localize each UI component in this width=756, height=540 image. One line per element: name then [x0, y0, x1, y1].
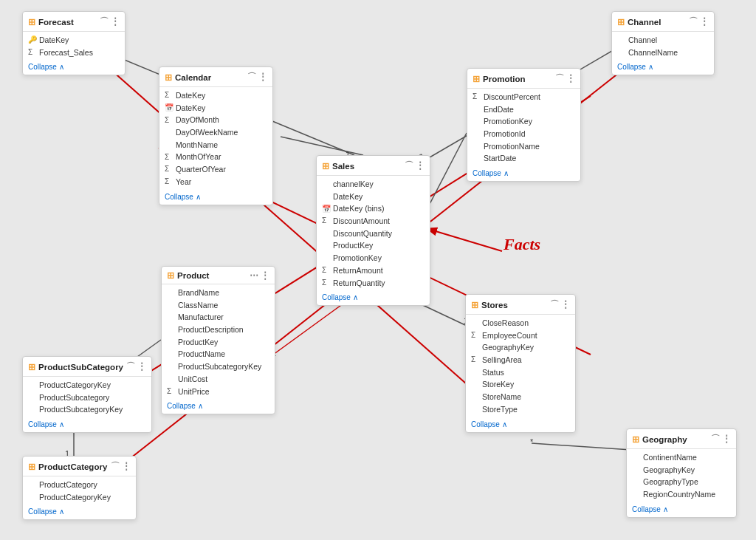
- product-actions[interactable]: ⋯ ⋮: [250, 270, 269, 281]
- product-collapse[interactable]: Collapse ∧: [162, 400, 275, 414]
- sigma-icon: Σ: [165, 90, 173, 100]
- promotion-title: Promotion: [483, 75, 526, 83]
- sales-actions[interactable]: ⌒ ⋮: [405, 160, 425, 172]
- sigma-icon: Σ: [165, 164, 173, 174]
- pc-icon: ⊞: [28, 462, 35, 472]
- calendar-header: ⊞ Calendar ⌒ ⋮: [159, 67, 272, 87]
- sales-collapse[interactable]: Collapse ∧: [317, 291, 430, 305]
- productcategory-header: ⊞ ProductCategory ⌒ ⋮: [23, 457, 136, 476]
- cal-icon: 📅: [165, 103, 173, 113]
- sales-body: channelKey DateKey 📅DateKey (bins) ΣDisc…: [317, 176, 430, 291]
- channel-collapse[interactable]: Collapse ∧: [612, 61, 714, 75]
- forecast-field-sales: Σ Forecast_Sales: [28, 47, 120, 59]
- geo-actions[interactable]: ⌒ ⋮: [711, 433, 731, 445]
- calendar-title: Calendar: [175, 73, 211, 82]
- sigma-icon: Σ: [322, 216, 331, 226]
- key-icon: 🔑: [28, 35, 37, 45]
- geo-collapse[interactable]: Collapse ∧: [627, 503, 736, 517]
- calendar-actions[interactable]: ⌒ ⋮: [247, 71, 267, 83]
- promotion-body: ΣDiscountPercent EndDate PromotionKey Pr…: [467, 89, 580, 167]
- psc-collapse[interactable]: Collapse ∧: [23, 418, 151, 432]
- sales-icon: ⊞: [322, 161, 329, 171]
- calendar-table: ⊞ Calendar ⌒ ⋮ ΣDateKey 📅DateKey ΣDayOfM…: [159, 66, 273, 205]
- sigma-icon: Σ: [471, 330, 480, 341]
- sigma-icon: Σ: [472, 92, 481, 102]
- sigma-icon: Σ: [165, 115, 173, 126]
- cal-icon: 📅: [322, 204, 331, 214]
- forecast-actions[interactable]: ⌒ ⋮: [100, 16, 120, 28]
- facts-label: Facts: [504, 235, 540, 254]
- promotion-table: ⊞ Promotion ⌒ ⋮ ΣDiscountPercent EndDate…: [467, 68, 581, 182]
- calendar-icon: ⊞: [165, 72, 172, 83]
- forecast-icon: ⊞: [28, 17, 35, 27]
- pc-body: ProductCategory ProductCategoryKey: [23, 476, 136, 505]
- sigma-icon: Σ: [322, 278, 331, 288]
- psc-actions[interactable]: ⌒ ⋮: [126, 360, 146, 373]
- sigma-icon: Σ: [167, 386, 176, 397]
- forecast-field-datekey: 🔑 DateKey: [28, 34, 120, 47]
- sigma-icon: Σ: [165, 152, 173, 163]
- geography-header: ⊞ Geography ⌒ ⋮: [627, 429, 736, 449]
- product-table: ⊞ Product ⋯ ⋮ BrandName ClassName Manufa…: [161, 266, 275, 414]
- promotion-header: ⊞ Promotion ⌒ ⋮: [467, 69, 580, 89]
- geo-title: Geography: [642, 435, 687, 444]
- geography-table: ⊞ Geography ⌒ ⋮ ContinentName GeographyK…: [626, 428, 737, 518]
- stores-title: Stores: [481, 301, 508, 310]
- sales-title: Sales: [332, 162, 354, 171]
- calendar-collapse[interactable]: Collapse ∧: [159, 191, 272, 205]
- geo-icon: ⊞: [632, 434, 639, 445]
- pc-collapse[interactable]: Collapse ∧: [23, 505, 136, 519]
- stores-icon: ⊞: [471, 300, 478, 310]
- forecast-table: ⊞ Forecast ⌒ ⋮ 🔑 DateKey Σ Forecast_Sale…: [22, 11, 126, 75]
- geo-body: ContinentName GeographyKey GeographyType…: [627, 449, 736, 503]
- product-title: Product: [177, 271, 209, 280]
- stores-actions[interactable]: ⌒ ⋮: [550, 298, 570, 311]
- forecast-body: 🔑 DateKey Σ Forecast_Sales: [23, 32, 125, 61]
- forecast-header: ⊞ Forecast ⌒ ⋮: [23, 12, 125, 32]
- product-header: ⊞ Product ⋯ ⋮: [162, 267, 275, 284]
- forecast-title: Forecast: [38, 18, 74, 27]
- sigma-icon: Σ: [322, 265, 331, 276]
- channel-icon: ⊞: [617, 17, 625, 27]
- product-body: BrandName ClassName Manufacturer Product…: [162, 284, 275, 400]
- sigma-icon: Σ: [28, 47, 37, 58]
- forecast-collapse[interactable]: Collapse ∧: [23, 61, 125, 75]
- stores-table: ⊞ Stores ⌒ ⋮ CloseReason ΣEmployeeCount …: [465, 294, 576, 433]
- pc-actions[interactable]: ⌒ ⋮: [111, 460, 131, 473]
- sigma-icon: Σ: [165, 177, 173, 187]
- productcategory-table: ⊞ ProductCategory ⌒ ⋮ ProductCategory Pr…: [22, 456, 137, 520]
- stores-header: ⊞ Stores ⌒ ⋮: [466, 295, 575, 315]
- promotion-collapse[interactable]: Collapse ∧: [467, 167, 580, 181]
- channel-body: Channel ChannelName: [612, 32, 714, 61]
- productsubcategory-table: ⊞ ProductSubCategory ⌒ ⋮ ProductCategory…: [22, 356, 152, 433]
- sales-header: ⊞ Sales ⌒ ⋮: [317, 156, 430, 176]
- product-icon: ⊞: [167, 270, 174, 281]
- pc-title: ProductCategory: [38, 462, 107, 471]
- calendar-body: ΣDateKey 📅DateKey ΣDayOfMonth DayOfWeekN…: [159, 87, 272, 191]
- channel-header: ⊞ Channel ⌒ ⋮: [612, 12, 714, 32]
- promotion-icon: ⊞: [472, 74, 480, 84]
- psc-icon: ⊞: [28, 362, 35, 372]
- stores-collapse[interactable]: Collapse ∧: [466, 418, 575, 432]
- psc-title: ProductSubCategory: [38, 363, 123, 372]
- sigma-icon: Σ: [471, 355, 480, 365]
- psc-body: ProductCategoryKey ProductSubcategory Pr…: [23, 377, 151, 418]
- promotion-actions[interactable]: ⌒ ⋮: [555, 72, 575, 85]
- stores-body: CloseReason ΣEmployeeCount GeographyKey …: [466, 315, 575, 418]
- channel-actions[interactable]: ⌒ ⋮: [689, 16, 709, 28]
- diagram-canvas: ⊞ Forecast ⌒ ⋮ 🔑 DateKey Σ Forecast_Sale…: [0, 0, 756, 540]
- channel-table: ⊞ Channel ⌒ ⋮ Channel ChannelName Collap…: [611, 11, 715, 75]
- channel-title: Channel: [628, 18, 661, 27]
- sales-table: ⊞ Sales ⌒ ⋮ channelKey DateKey 📅DateKey …: [316, 155, 430, 306]
- productsubcategory-header: ⊞ ProductSubCategory ⌒ ⋮: [23, 357, 151, 377]
